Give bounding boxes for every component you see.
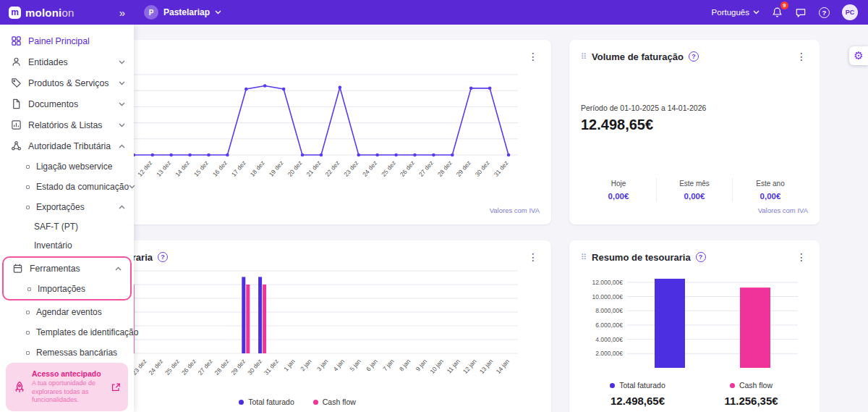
stat-label: Este mês <box>657 180 732 188</box>
sidebar-item-label: Estado da comunicação <box>36 182 129 192</box>
sidebar-item-label: SAF-T (PT) <box>34 222 78 232</box>
svg-text:28 dez: 28 dez <box>213 358 230 377</box>
svg-text:15 dez: 15 dez <box>192 159 210 178</box>
sidebar-item-entidades[interactable]: Entidades <box>0 51 134 72</box>
promo-title: Acesso antecipado <box>32 369 105 378</box>
sidebar-item-estado-da-comunicacao[interactable]: Estado da comunicação <box>0 177 134 197</box>
legend-dot-icon <box>239 400 244 405</box>
help-icon[interactable] <box>696 252 706 262</box>
svg-text:8.000,00€: 8.000,00€ <box>595 307 623 314</box>
legend-cash-flow: Cash flow <box>313 398 356 406</box>
stat-label: Hoje <box>581 180 656 188</box>
sidebar-item-label: Agendar eventos <box>36 307 102 317</box>
chevron-down-icon <box>119 123 125 127</box>
stat-this-month: Este mês 0,00€ <box>656 178 732 202</box>
early-access-promo[interactable]: Acesso antecipado A tua oportunidade de … <box>6 363 128 411</box>
summary-total-faturado: Total faturado 12.498,65€ <box>581 381 694 407</box>
question-icon <box>819 7 830 18</box>
legend-label: Total faturado <box>619 381 665 390</box>
billing-stats: Hoje 0,00€ Este mês 0,00€ Este ano 0,00€ <box>581 178 808 202</box>
sidebar-item-remessas-bancarias[interactable]: Remessas bancárias <box>0 342 134 363</box>
sidebar-item-label: Exportações <box>36 202 85 212</box>
stat-value: 0,00€ <box>733 192 808 201</box>
sidebar-item-produtos-servicos[interactable]: Produtos & Serviços <box>0 72 134 93</box>
svg-text:19 dez: 19 dez <box>268 159 285 178</box>
svg-text:11 jan: 11 jan <box>446 358 461 375</box>
svg-text:31 dez: 31 dez <box>263 358 280 377</box>
sidebar-item-autoridade-tributaria[interactable]: Autoridade Tributária <box>0 135 134 156</box>
rocket-icon <box>13 381 26 394</box>
help-button[interactable] <box>819 7 830 18</box>
svg-text:30 dez: 30 dez <box>474 159 491 178</box>
promo-body: A tua oportunidade de explorares todas a… <box>32 379 105 405</box>
svg-text:24 dez: 24 dez <box>361 159 378 178</box>
sidebar-item-ligacao-webservice[interactable]: Ligação webservice <box>0 156 134 177</box>
chevron-up-icon <box>115 266 122 271</box>
sidebar-item-documentos[interactable]: Documentos <box>0 93 134 114</box>
chat-button[interactable] <box>795 7 807 18</box>
sidebar-item-agendar-eventos[interactable]: Agendar eventos <box>0 302 134 322</box>
dashboard: 10 dez11 dez12 dez13 dez14 dez15 dez16 d… <box>43 25 820 412</box>
notifications-button[interactable]: 9 <box>772 7 783 18</box>
workspace-name: Pastelariap <box>163 7 210 17</box>
moloni-logo-icon: m <box>9 7 21 19</box>
sidebar-item-ferramentas[interactable]: Ferramentas <box>4 258 130 279</box>
sidebar-item-label: Ferramentas <box>30 264 80 274</box>
sidebar-item-inventario[interactable]: Inventário <box>0 236 134 255</box>
svg-text:28 dez: 28 dez <box>436 159 454 178</box>
stat-value: 0,00€ <box>657 192 732 201</box>
kebab-menu-icon[interactable] <box>527 251 540 263</box>
svg-text:6 jan: 6 jan <box>365 358 379 373</box>
chevron-down-icon <box>119 81 125 85</box>
sidebar-item-relatorios-listas[interactable]: Relatórios & Listas <box>0 114 134 135</box>
chat-icon <box>795 7 807 18</box>
help-icon[interactable] <box>158 252 168 262</box>
svg-text:27 dez: 27 dez <box>197 358 214 377</box>
help-icon[interactable] <box>689 51 699 62</box>
legend-value: 11.256,35€ <box>694 395 808 407</box>
billing-total: 12.498,65€ <box>581 117 808 133</box>
settings-gear-button[interactable] <box>849 46 868 65</box>
documents-icon <box>10 98 22 109</box>
promo-text: Acesso antecipado A tua oportunidade de … <box>32 369 105 405</box>
kebab-menu-icon[interactable] <box>795 51 808 62</box>
svg-text:25 dez: 25 dez <box>163 358 181 377</box>
vat-footnote: Valores com IVA <box>581 206 808 214</box>
collapse-sidebar-icon[interactable] <box>119 7 125 19</box>
user-avatar[interactable]: PC <box>842 4 858 20</box>
language-selector[interactable]: Português <box>712 8 760 17</box>
legend-label: Cash flow <box>739 381 773 390</box>
sidebar-item-saf-t-pt[interactable]: SAF-T (PT) <box>0 217 134 236</box>
svg-text:10 jan: 10 jan <box>428 358 445 375</box>
card-volume-faturacao: Volume de faturação Período de 01-10-202… <box>569 40 820 224</box>
legend-total-faturado: Total faturado <box>239 398 294 406</box>
legend-label: Total faturado <box>248 398 294 406</box>
workspace-selector[interactable]: P Pastelariap <box>144 5 221 20</box>
products-icon <box>10 77 22 88</box>
svg-text:29 dez: 29 dez <box>229 358 247 377</box>
svg-text:8 jan: 8 jan <box>398 358 412 373</box>
svg-text:29 dez: 29 dez <box>455 159 472 178</box>
drag-handle-icon[interactable] <box>581 52 587 62</box>
entities-icon <box>10 56 22 67</box>
sidebar-item-templates-de-identificacao[interactable]: Templates de identificação <box>0 322 134 342</box>
square-bullet-icon <box>26 331 30 335</box>
sidebar-item-label: Autoridade Tributária <box>28 141 111 151</box>
sidebar-item-painel-principal[interactable]: Painel Principal <box>0 30 134 51</box>
svg-text:23 dez: 23 dez <box>342 159 359 178</box>
kebab-menu-icon[interactable] <box>527 51 540 62</box>
chevron-down-icon <box>753 10 760 14</box>
svg-text:24 dez: 24 dez <box>147 358 164 377</box>
brand-light: on <box>61 7 74 19</box>
stat-today: Hoje 0,00€ <box>581 178 656 202</box>
kebab-menu-icon[interactable] <box>795 251 808 263</box>
card-title: Volume de faturação <box>592 51 684 62</box>
svg-text:30 dez: 30 dez <box>246 358 263 377</box>
dashboard-icon <box>10 35 22 46</box>
drag-handle-icon[interactable] <box>581 253 587 262</box>
sidebar-item-exportacoes[interactable]: Exportações <box>0 197 134 217</box>
brand: m molonion <box>0 7 134 19</box>
square-bullet-icon <box>26 185 30 189</box>
sidebar-item-importacoes[interactable]: Importações <box>4 279 130 299</box>
sidebar: Painel Principal Entidades Produtos & Se… <box>0 25 134 412</box>
